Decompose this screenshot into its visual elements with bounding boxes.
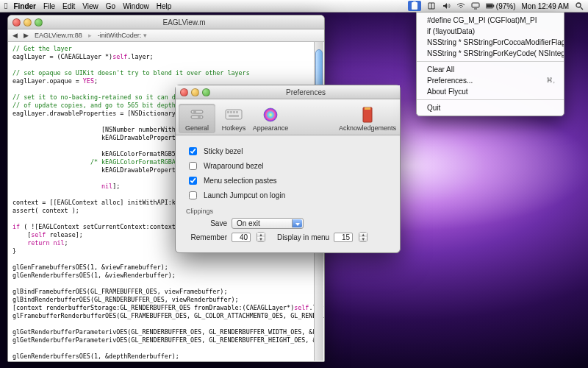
general-icon [179, 105, 215, 124]
save-label: Save [186, 219, 227, 227]
menu-quit[interactable]: Quit [417, 102, 564, 113]
svg-rect-4 [487, 4, 492, 8]
svg-point-9 [193, 110, 196, 113]
svg-rect-8 [191, 116, 203, 118]
nav-fwd-icon[interactable]: ▶ [24, 32, 29, 39]
svg-rect-15 [236, 111, 238, 113]
svg-point-18 [264, 108, 277, 121]
prefs-titlebar[interactable]: Preferences [176, 85, 400, 99]
nav-back-icon[interactable]: ◀ [12, 32, 18, 39]
menu-file[interactable]: File [43, 2, 55, 10]
appearance-icon [252, 105, 289, 124]
display-stepper[interactable]: ▲▼ [359, 232, 368, 242]
clippings-section-label: Clippings [186, 208, 390, 215]
clip-item[interactable]: NSString * SRStringForCocoaModifierFlags… [417, 37, 564, 48]
menu-edit[interactable]: Edit [62, 2, 75, 10]
save-select[interactable]: On exit [232, 218, 304, 229]
display-label: Display in menu [277, 233, 329, 241]
menu-help[interactable]: Help [157, 2, 172, 10]
menu-preferences[interactable]: Preferences...⌘, [417, 75, 564, 86]
prefs-body: Sticky bezel Wraparound bezel Menu selec… [176, 135, 400, 252]
clock[interactable]: Mon 12:49 AM [522, 2, 569, 10]
checkbox-wraparound-bezel[interactable]: Wraparound bezel [186, 160, 390, 172]
svg-rect-14 [233, 111, 235, 113]
zoom-button[interactable] [35, 18, 43, 26]
flycut-dropdown-menu: #define CG_M_PI (CGFloat)M_PI if (!layou… [416, 12, 564, 116]
preferences-window: Preferences General Hotkeys Appearance A… [175, 85, 401, 253]
apple-menu-icon[interactable]:  [4, 1, 7, 11]
close-button[interactable] [180, 88, 188, 96]
menu-about[interactable]: About Flycut [417, 86, 564, 97]
minimize-button[interactable] [24, 18, 32, 26]
svg-rect-0 [412, 2, 417, 10]
method-location[interactable]: -initWithCoder: [98, 32, 142, 39]
prefs-toolbar: General Hotkeys Appearance Acknowledgeme… [176, 99, 400, 135]
window-title: EAGLView.m [49, 18, 320, 26]
tab-appearance[interactable]: Appearance [252, 104, 289, 133]
tab-hotkeys[interactable]: Hotkeys [215, 104, 252, 133]
svg-point-10 [198, 116, 201, 118]
svg-rect-2 [472, 3, 479, 7]
svg-rect-13 [230, 111, 232, 113]
svg-rect-7 [191, 110, 203, 113]
ack-icon [338, 105, 397, 124]
menu-window[interactable]: Window [123, 2, 149, 10]
app-menu[interactable]: Finder [13, 2, 36, 10]
display-status-icon[interactable] [471, 1, 480, 10]
wifi-status-icon[interactable] [456, 1, 465, 10]
battery-percent: (97%) [496, 2, 516, 10]
menu-clear-all[interactable]: Clear All [417, 64, 564, 75]
editor-pathbar[interactable]: ◀ ▶ EAGLView.m:88 ▸ -initWithCoder: ▾ [8, 29, 324, 42]
hotkeys-icon [215, 105, 252, 124]
remember-value[interactable]: 40 [232, 233, 251, 242]
minimize-button[interactable] [191, 88, 199, 96]
clip-item[interactable]: #define CG_M_PI (CGFloat)M_PI [417, 15, 564, 26]
svg-rect-16 [229, 115, 239, 117]
spotlight-icon[interactable] [575, 1, 584, 10]
flycut-status-icon[interactable] [408, 1, 421, 11]
volume-status-icon[interactable] [442, 1, 451, 10]
remember-stepper[interactable]: ▲▼ [257, 232, 265, 242]
checkbox-menu-selection-pastes[interactable]: Menu selection pastes [186, 174, 390, 187]
svg-rect-1 [413, 1, 416, 3]
menu-view[interactable]: View [82, 2, 98, 10]
zoom-button[interactable] [202, 88, 210, 96]
checkbox-sticky-bezel[interactable]: Sticky bezel [186, 145, 390, 158]
checkbox-launch-on-login[interactable]: Launch Jumpcut on login [186, 189, 390, 202]
battery-status-icon[interactable]: (97%) [486, 1, 516, 10]
svg-rect-12 [227, 111, 229, 113]
file-location[interactable]: EAGLView.m:88 [35, 32, 82, 39]
divider-status-icon[interactable] [427, 1, 436, 10]
menu-go[interactable]: Go [106, 2, 115, 10]
close-button[interactable] [12, 18, 21, 26]
editor-titlebar[interactable]: EAGLView.m [8, 15, 324, 29]
remember-label: Remember [186, 233, 227, 241]
prefs-title: Preferences [216, 88, 395, 96]
display-value[interactable]: 15 [334, 233, 353, 242]
clip-item[interactable]: NSString * SRStringForKeyCode( NSInteger… [417, 48, 564, 59]
svg-rect-11 [226, 110, 242, 119]
svg-point-6 [576, 3, 581, 7]
svg-rect-20 [365, 107, 370, 110]
tab-acknowledgements[interactable]: Acknowledgements [338, 104, 397, 133]
svg-rect-5 [493, 5, 495, 7]
clip-item[interactable]: if (!layoutData) [417, 26, 564, 37]
menubar:  Finder File Edit View Go Window Help (… [0, 0, 588, 13]
tab-general[interactable]: General [179, 104, 215, 133]
